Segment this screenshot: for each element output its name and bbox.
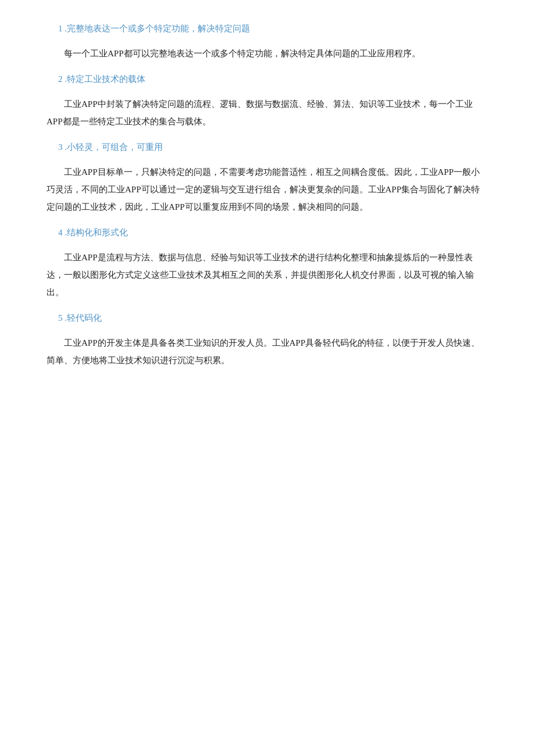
section-2-block: 2 .特定工业技术的载体 工业APP中封装了解决特定问题的流程、逻辑、数据与数据… bbox=[47, 74, 488, 130]
section-1-heading: 1 .完整地表达一个或多个特定功能，解决特定问题 bbox=[47, 23, 488, 34]
section-5-paragraphs: 工业APP的开发主体是具备各类工业知识的开发人员。工业APP具备轻代码化的特征，… bbox=[47, 334, 488, 369]
section-1-para-1: 每一个工业APP都可以完整地表达一个或多个特定功能，解决特定具体问题的工业应用程… bbox=[47, 45, 488, 62]
section-4-heading: 4 .结构化和形式化 bbox=[47, 227, 488, 238]
section-2-para-1: 工业APP中封装了解决特定问题的流程、逻辑、数据与数据流、经验、算法、知识等工业… bbox=[47, 95, 488, 130]
section-3-block: 3 .小轻灵，可组合，可重用 工业APP目标单一，只解决特定的问题，不需要考虑功… bbox=[47, 142, 488, 216]
section-4-block: 4 .结构化和形式化 工业APP是流程与方法、数据与信息、经验与知识等工业技术的… bbox=[47, 227, 488, 301]
section-1-block: 1 .完整地表达一个或多个特定功能，解决特定问题 每一个工业APP都可以完整地表… bbox=[47, 23, 488, 62]
section-5-heading: 5 .轻代码化 bbox=[47, 313, 488, 324]
section-3-para-1: 工业APP目标单一，只解决特定的问题，不需要考虑功能普适性，相互之间耦合度低。因… bbox=[47, 163, 488, 216]
page-container: 1 .完整地表达一个或多个特定功能，解决特定问题 每一个工业APP都可以完整地表… bbox=[0, 0, 535, 756]
section-3-heading: 3 .小轻灵，可组合，可重用 bbox=[47, 142, 488, 153]
section-2-paragraphs: 工业APP中封装了解决特定问题的流程、逻辑、数据与数据流、经验、算法、知识等工业… bbox=[47, 95, 488, 130]
section-4-para-1: 工业APP是流程与方法、数据与信息、经验与知识等工业技术的进行结构化整理和抽象提… bbox=[47, 249, 488, 301]
section-3-paragraphs: 工业APP目标单一，只解决特定的问题，不需要考虑功能普适性，相互之间耦合度低。因… bbox=[47, 163, 488, 216]
section-1-paragraphs: 每一个工业APP都可以完整地表达一个或多个特定功能，解决特定具体问题的工业应用程… bbox=[47, 45, 488, 62]
section-2-heading: 2 .特定工业技术的载体 bbox=[47, 74, 488, 85]
section-5-para-1: 工业APP的开发主体是具备各类工业知识的开发人员。工业APP具备轻代码化的特征，… bbox=[47, 334, 488, 369]
section-5-block: 5 .轻代码化 工业APP的开发主体是具备各类工业知识的开发人员。工业APP具备… bbox=[47, 313, 488, 369]
section-4-paragraphs: 工业APP是流程与方法、数据与信息、经验与知识等工业技术的进行结构化整理和抽象提… bbox=[47, 249, 488, 301]
